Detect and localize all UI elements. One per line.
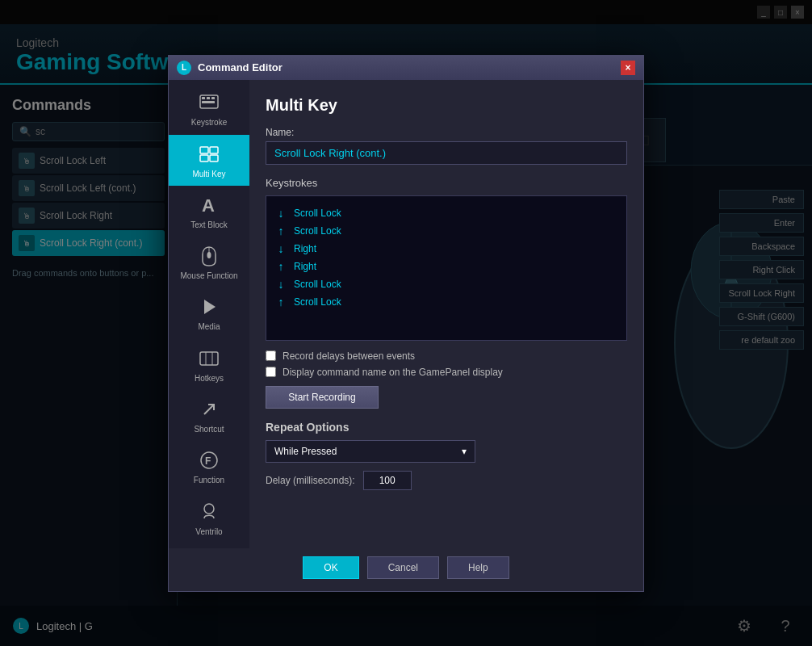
nav-item-keystroke[interactable]: Keystroke xyxy=(169,84,249,135)
svg-rect-17 xyxy=(210,147,218,153)
keystroke-row-0: ↓ Scroll Lock xyxy=(274,204,618,222)
modal-footer: OK Cancel Help xyxy=(169,548,643,591)
delay-row: Delay (milliseconds): xyxy=(266,471,627,490)
nav-item-shortcut[interactable]: Shortcut xyxy=(169,390,249,441)
mousefunction-icon xyxy=(197,245,221,267)
keystrokes-area: ↓ Scroll Lock ↑ Scroll Lock ↓ Right ↑ Ri… xyxy=(266,195,627,341)
checkbox-row-1: Display command name on the GamePanel di… xyxy=(266,367,627,378)
nav-item-textblock[interactable]: A Text Block xyxy=(169,186,249,237)
keystroke-row-4: ↓ Scroll Lock xyxy=(274,275,618,293)
name-label: Name: xyxy=(266,127,627,138)
media-icon xyxy=(197,296,221,318)
modal-overlay: L Command Editor × xyxy=(0,0,812,646)
modal-close-button[interactable]: × xyxy=(621,61,635,75)
nav-item-function[interactable]: F Function xyxy=(169,442,249,493)
modal-content-area: Multi Key Name: Keystrokes ↓ Scroll Lock… xyxy=(249,80,643,548)
keystroke-key-2: Right xyxy=(294,243,316,254)
hotkeys-icon xyxy=(197,347,221,370)
keystroke-row-1: ↑ Scroll Lock xyxy=(274,222,618,240)
keystroke-icon xyxy=(197,91,221,114)
modal-body: Keystroke Multi Key xyxy=(169,80,643,548)
repeat-dropdown[interactable]: While Pressed ▾ xyxy=(266,440,475,463)
nav-label-function: Function xyxy=(194,476,224,484)
nav-label-mousefunction: Mouse Function xyxy=(180,271,237,280)
svg-text:F: F xyxy=(205,455,211,467)
svg-rect-18 xyxy=(200,155,208,162)
record-delays-label: Record delays between events xyxy=(283,350,415,362)
nav-item-ventrilo[interactable]: Ventrilo xyxy=(169,493,249,543)
svg-marker-23 xyxy=(204,300,216,314)
modal-title-text: Command Editor xyxy=(198,61,283,73)
nav-item-hotkeys[interactable]: Hotkeys xyxy=(169,339,249,390)
keystroke-key-1: Scroll Lock xyxy=(294,225,341,237)
nav-label-multikey: Multi Key xyxy=(192,170,225,178)
svg-rect-13 xyxy=(207,97,210,99)
keystroke-key-5: Scroll Lock xyxy=(294,296,341,308)
arrow-up-icon-5: ↑ xyxy=(274,296,287,308)
cancel-button[interactable]: Cancel xyxy=(367,556,439,579)
shortcut-icon xyxy=(197,398,221,421)
delay-input[interactable] xyxy=(363,471,412,490)
nav-item-media[interactable]: Media xyxy=(169,288,249,339)
modal-nav: Keystroke Multi Key xyxy=(169,80,249,548)
modal-titlebar: L Command Editor × xyxy=(169,56,643,80)
keystroke-key-3: Right xyxy=(294,261,316,272)
modal-logo: L xyxy=(177,61,191,75)
modal-section-title: Multi Key xyxy=(266,96,627,115)
ok-button[interactable]: OK xyxy=(303,556,358,579)
keystroke-row-3: ↑ Right xyxy=(274,258,618,275)
record-delays-checkbox[interactable] xyxy=(266,350,276,361)
checkbox-row-0: Record delays between events xyxy=(266,350,627,362)
svg-point-29 xyxy=(204,504,214,514)
repeat-section-title: Repeat Options xyxy=(266,421,627,434)
keystroke-key-4: Scroll Lock xyxy=(294,279,341,290)
arrow-up-icon-1: ↑ xyxy=(274,224,287,237)
keystrokes-label: Keystrokes xyxy=(266,177,627,189)
svg-rect-14 xyxy=(211,97,215,99)
svg-point-22 xyxy=(207,252,211,258)
modal-title-container: L Command Editor xyxy=(177,61,283,75)
svg-rect-24 xyxy=(200,352,218,365)
nav-label-ventrilo: Ventrilo xyxy=(195,527,222,536)
svg-rect-16 xyxy=(200,147,208,153)
ventrilo-icon xyxy=(197,501,221,523)
arrow-up-icon-3: ↑ xyxy=(274,260,287,273)
start-recording-button[interactable]: Start Recording xyxy=(266,386,379,409)
arrow-down-icon-2: ↓ xyxy=(274,242,287,255)
name-input[interactable] xyxy=(266,141,627,165)
svg-rect-19 xyxy=(210,155,218,162)
keystroke-row-2: ↓ Right xyxy=(274,240,618,258)
command-editor-modal: L Command Editor × xyxy=(168,55,644,592)
chevron-down-icon: ▾ xyxy=(462,446,467,457)
textblock-icon: A xyxy=(197,194,221,216)
keystroke-row-5: ↑ Scroll Lock xyxy=(274,293,618,311)
display-command-name-checkbox[interactable] xyxy=(266,367,276,377)
nav-label-keystroke: Keystroke xyxy=(191,118,227,127)
nav-label-media: Media xyxy=(198,322,220,331)
delay-label: Delay (milliseconds): xyxy=(266,475,355,486)
help-button[interactable]: Help xyxy=(447,556,509,579)
display-command-name-label: Display command name on the GamePanel di… xyxy=(283,367,503,378)
nav-item-multikey[interactable]: Multi Key xyxy=(169,135,249,186)
svg-rect-12 xyxy=(202,97,205,99)
svg-text:A: A xyxy=(202,195,215,216)
arrow-down-icon-0: ↓ xyxy=(274,207,287,220)
multikey-icon xyxy=(197,143,221,166)
svg-rect-15 xyxy=(202,101,215,103)
function-icon: F xyxy=(197,449,221,472)
arrow-down-icon-4: ↓ xyxy=(274,278,287,291)
repeat-value: While Pressed xyxy=(274,446,337,457)
keystroke-key-0: Scroll Lock xyxy=(294,208,341,219)
nav-label-textblock: Text Block xyxy=(190,220,228,229)
nav-label-shortcut: Shortcut xyxy=(194,425,224,434)
nav-label-hotkeys: Hotkeys xyxy=(195,374,224,383)
nav-item-mousefunction[interactable]: Mouse Function xyxy=(169,237,249,287)
